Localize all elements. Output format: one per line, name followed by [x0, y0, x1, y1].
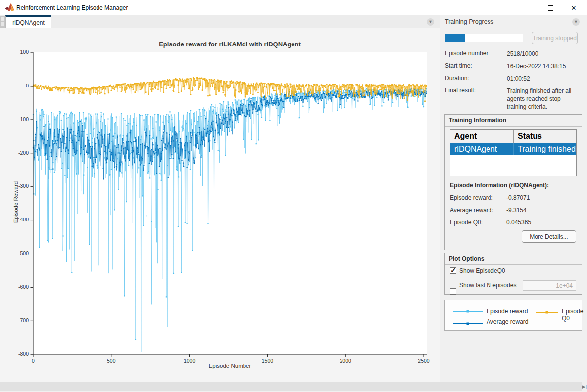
episode-number-label: Episode number: [445, 50, 490, 57]
x-axis-label: Episode Number [33, 363, 427, 369]
horizontal-scrollbar-track[interactable] [0, 382, 582, 391]
episode-reward-value: -0.87071 [506, 194, 530, 201]
episode-q0-label: Episode Q0: [450, 219, 483, 226]
agent-cell: rlDQNAgent [450, 143, 514, 155]
episode-q0-value: 0.045365 [506, 219, 531, 226]
episode-q0-legend-label: Episode Q0 [562, 308, 583, 322]
tab-rldqnagent[interactable]: rlDQNAgent [5, 15, 51, 28]
collapse-tabs-button[interactable]: ▼ [427, 18, 434, 26]
duration-label: Duration: [445, 75, 469, 82]
show-last-n-episodes-label: Show last N episodes [459, 282, 516, 289]
training-information-title: Training Information [445, 115, 582, 127]
show-episodeq0-label: Show EpisodeQ0 [459, 267, 505, 274]
average-reward-label: Average reward: [450, 207, 493, 214]
n-episodes-input[interactable] [523, 280, 576, 291]
table-row[interactable]: rlDQNAgent Training finished [450, 143, 576, 155]
show-last-n-episodes-checkbox[interactable] [450, 288, 456, 295]
column-header-agent: Agent [450, 130, 514, 143]
square-marker-icon [467, 310, 469, 313]
start-time-value: 16-Dec-2022 14:38:15 [507, 62, 580, 70]
final-result-label: Final result: [445, 87, 476, 94]
y-axis-label: Episode Reward [13, 173, 19, 232]
square-marker-icon [467, 323, 469, 325]
episode-q0-legend-swatch [536, 312, 558, 313]
episode-number-value: 2518/10000 [507, 50, 580, 58]
square-marker-icon [546, 311, 548, 314]
svg-text:-700: -700 [18, 317, 29, 323]
svg-text:-100: -100 [18, 116, 29, 122]
svg-text:-800: -800 [18, 351, 29, 357]
svg-text:100: 100 [20, 49, 29, 55]
svg-text:-400: -400 [18, 217, 29, 222]
app-window: Reinforcement Learning Episode Manager ✕… [0, 0, 587, 392]
more-details-button[interactable]: More Details... [522, 230, 576, 243]
average-reward-legend-label: Average reward [487, 318, 529, 325]
episode-information-title: Episode Information (rlDQNAgent): [450, 182, 549, 189]
status-cell: Training finished [514, 143, 576, 155]
scrollbar-expand-button[interactable]: ▶| [582, 382, 587, 391]
show-episodeq0-checkbox[interactable] [450, 267, 456, 274]
episode-reward-legend-swatch [453, 311, 483, 312]
chart-legend: Episode reward Episode Q0 Average reward [444, 300, 582, 331]
final-result-value: Training finished after all agents reach… [507, 87, 580, 111]
average-reward-legend-swatch [453, 323, 483, 324]
svg-text:-600: -600 [18, 284, 29, 290]
chevron-down-icon: ▼ [428, 20, 433, 24]
start-time-label: Start time: [445, 62, 472, 69]
plot-options-title: Plot Options [445, 253, 582, 265]
training-stopped-button[interactable]: Training stopped [532, 32, 578, 44]
episode-reward-legend-label: Episode reward [487, 308, 528, 315]
column-header-status: Status [514, 130, 576, 143]
table-header-row: Agent Status [450, 130, 576, 143]
chevron-down-icon: ▼ [574, 20, 578, 24]
agent-status-table: Agent Status rlDQNAgent Training finishe… [450, 129, 577, 176]
skip-end-icon: ▶| [582, 384, 587, 389]
duration-value: 01:00:52 [507, 75, 580, 83]
collapse-training-progress-button[interactable]: ▼ [572, 18, 580, 26]
chart-title: Episode reward for rlLKAMdl with rlDQNAg… [33, 41, 427, 48]
training-progress-bar [445, 34, 523, 42]
svg-text:-500: -500 [18, 250, 29, 256]
episode-reward-label: Episode reward: [450, 194, 493, 201]
tab-label: rlDQNAgent [12, 19, 45, 26]
svg-text:-300: -300 [18, 183, 29, 189]
average-reward-value: -9.3154 [506, 207, 527, 214]
vertical-scrollbar-track[interactable] [582, 15, 587, 382]
progress-fill [445, 34, 465, 42]
svg-text:-200: -200 [18, 150, 29, 156]
svg-text:0: 0 [26, 83, 29, 88]
